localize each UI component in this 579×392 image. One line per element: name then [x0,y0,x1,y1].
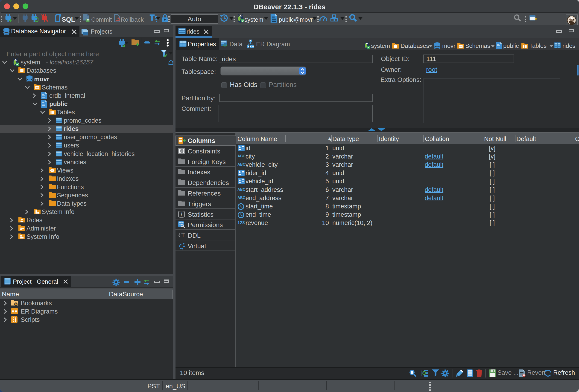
svg-text:i: i [181,212,182,217]
svg-text:T: T [181,232,185,238]
